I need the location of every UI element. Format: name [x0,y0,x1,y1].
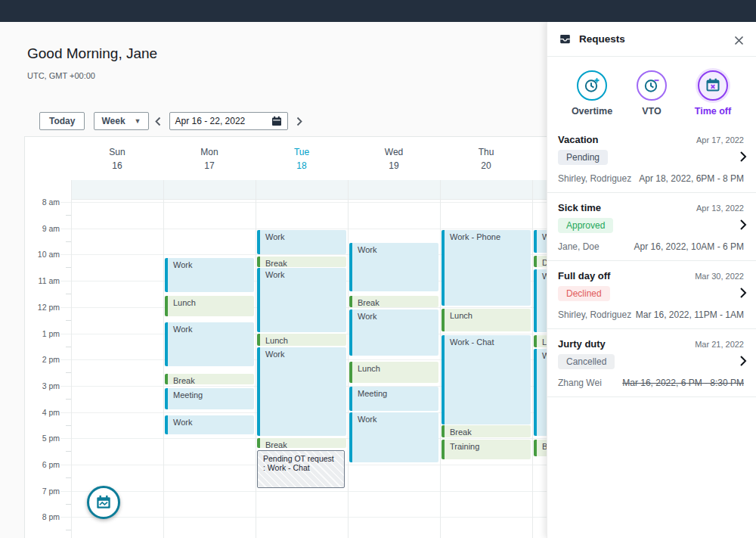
calendar-event[interactable]: Work - Phone [442,230,531,306]
time-label: 5 pm [25,434,60,443]
half-hour-tick [66,399,71,400]
calendar-event[interactable]: Work [257,230,346,254]
page-title: Good Morning, Jane [27,45,157,62]
chevron-right-icon[interactable] [739,355,747,367]
calendar-event[interactable]: Break [349,296,438,307]
status-badge: Declined [558,286,610,301]
day-column-divider [532,180,533,538]
time-label: 6 pm [25,460,60,469]
time-label: 12 pm [25,303,60,312]
calendar-event[interactable]: Work [257,347,346,436]
time-label: 8 pm [25,512,60,521]
schedule-fab-button[interactable] [87,486,120,519]
chevron-down-icon: ▼ [135,117,141,125]
calendar-event[interactable]: Work [165,322,254,366]
half-hour-tick [66,530,71,530]
requests-panel: Requests Overtime VTO [547,22,756,538]
day-column-divider [348,180,349,538]
day-column-divider [440,180,441,538]
calendar-event[interactable]: Training [442,440,531,459]
calendar-event[interactable]: Work [349,309,438,356]
half-hour-tick [66,347,71,347]
chevron-right-icon[interactable] [739,151,747,163]
request-person: Jane, Doe [558,241,600,252]
next-week-button[interactable] [290,112,308,130]
time-label: 3 pm [25,381,60,390]
request-list: Vacation Apr 17, 2022 Pending Shirley, R… [547,125,756,397]
half-hour-tick [66,241,71,242]
time-label: 8 am [25,197,60,207]
request-person: Shirley, Rodriguez [558,309,631,320]
calendar-event[interactable]: Break [257,438,346,448]
request-time: Apr 18, 2022, 6PM - 8 PM [639,173,744,184]
request-item[interactable]: Vacation Apr 17, 2022 Pending Shirley, R… [547,125,756,193]
calendar-event[interactable]: Lunch [165,296,254,316]
prev-week-button[interactable] [149,112,167,130]
request-time: Apr 16, 2022, 10AM - 6 PM [634,241,744,252]
calendar-event[interactable]: Break [165,374,254,384]
calendar-event[interactable]: Pending OT request : Work - Chat [257,450,345,488]
day-column-divider [163,180,164,538]
day-header-date: 18 [271,160,332,171]
request-type-time-off[interactable]: Time off [683,70,743,117]
half-hour-tick [66,504,71,505]
calendar-event[interactable]: Break [442,425,531,437]
calendar-x-icon [698,70,728,101]
calendar-chart-icon [95,494,112,511]
calendar-event[interactable]: Lunch [257,334,346,346]
day-header-date: 17 [179,160,240,171]
time-label: 9 am [25,224,60,233]
day-header-date: 16 [87,160,147,171]
today-button[interactable]: Today [39,112,85,130]
calendar-icon [271,116,282,126]
status-badge: Cancelled [558,354,615,369]
request-date: Mar 21, 2022 [695,340,744,349]
status-badge: Approved [558,218,613,233]
time-label: 4 pm [25,408,60,417]
calendar-toolbar: Today Week ▼ Apr 16 - 22, 2022 [39,112,308,130]
request-title: Jurty duty [558,338,606,350]
calendar-event[interactable]: Work - Chat [442,335,531,424]
calendar-event[interactable]: Meeting [349,387,438,411]
half-hour-tick [66,477,71,478]
day-header-name: Sun [87,147,147,157]
inbox-tray-icon [558,33,572,46]
request-title: Full day off [558,270,610,281]
request-date: Mar 30, 2022 [695,272,744,281]
calendar-event[interactable]: Work [349,412,438,462]
calendar-event[interactable]: Work [257,268,346,332]
request-type-label: Overtime [562,106,622,117]
close-panel-button[interactable] [732,33,745,47]
calendar-event[interactable]: Meeting [165,388,254,409]
requests-panel-header: Requests [547,22,756,57]
calendar-event[interactable]: Lunch [349,362,438,383]
calendar-event[interactable]: Lunch [442,309,531,331]
view-select-label: Week [101,116,125,126]
half-hour-tick [66,451,71,452]
calendar-event[interactable]: Work [165,415,254,434]
chevron-left-icon [155,117,161,126]
request-person: Zhang Wei [558,378,602,388]
request-title: Vacation [558,134,598,145]
date-range-field[interactable]: Apr 16 - 22, 2022 [169,112,288,130]
request-date: Apr 17, 2022 [696,135,744,145]
day-header-date: 19 [364,160,424,171]
chevron-right-icon[interactable] [739,287,747,299]
time-label: 1 pm [25,329,60,338]
half-hour-tick [66,425,71,426]
half-hour-tick [66,320,71,321]
day-header-name: Tue [271,147,332,157]
request-type-label: Time off [683,106,743,117]
view-select[interactable]: Week ▼ [94,112,148,130]
request-item[interactable]: Jurty duty Mar 21, 2022 Cancelled Zhang … [547,329,756,397]
time-label: 2 pm [25,355,60,364]
calendar-event[interactable]: Work [165,258,254,292]
calendar-event[interactable]: Break [257,257,346,267]
clock-minus-icon [637,70,667,101]
request-type-overtime[interactable]: Overtime [562,70,622,117]
chevron-right-icon[interactable] [739,219,747,231]
calendar-event[interactable]: Work [349,243,438,291]
request-item[interactable]: Full day off Mar 30, 2022 Declined Shirl… [547,261,756,329]
request-item[interactable]: Sick time Apr 13, 2022 Approved Jane, Do… [547,193,756,261]
request-type-vto[interactable]: VTO [621,70,682,117]
